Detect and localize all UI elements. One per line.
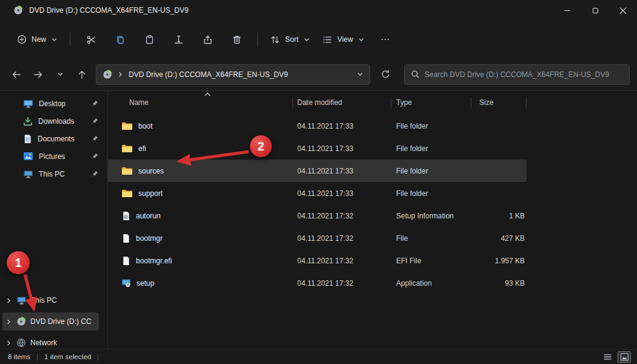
status-divider: [37, 353, 38, 361]
file-name: support: [138, 189, 163, 198]
folder-icon: [121, 121, 133, 130]
file-date: 04.11.2021 17:32: [293, 234, 391, 243]
maximize-button[interactable]: [581, 0, 609, 21]
toolbar-separator: [70, 33, 70, 46]
details-view-icon: [603, 352, 612, 362]
file-type: File: [391, 234, 471, 243]
delete-button[interactable]: [225, 29, 248, 50]
file-name-cell: bootmgr.efi: [108, 256, 293, 266]
column-header-label: Date modified: [297, 98, 342, 107]
dvd-drive-icon: [13, 5, 23, 15]
sidebar-item-this-pc[interactable]: This PC: [0, 165, 107, 183]
tree-item-label: This PC: [31, 296, 57, 305]
address-breadcrumb[interactable]: DVD Drive (D:) CCCOMA_X64FRE_EN-US_DV9: [129, 70, 352, 79]
file-name: autorun: [136, 212, 161, 220]
new-button-label: New: [32, 35, 46, 44]
file-row-bootmgr[interactable]: bootmgr04.11.2021 17:32File427 KB: [108, 227, 527, 249]
file-list: NameDate modifiedTypeSize boot04.11.2021…: [108, 91, 637, 349]
titlebar: DVD Drive (D:) CCCOMA_X64FRE_EN-US_DV9: [0, 0, 637, 21]
chevron-down-icon: [51, 36, 58, 43]
column-header-name[interactable]: Name: [108, 93, 293, 112]
chevron-right-icon: [5, 318, 12, 325]
navigation-bar: DVD Drive (D:) CCCOMA_X64FRE_EN-US_DV9: [0, 58, 637, 91]
cut-button[interactable]: [79, 29, 103, 50]
file-date: 04.11.2021 17:33: [293, 122, 391, 130]
column-header-label: Type: [396, 98, 412, 107]
setup-info-icon: [121, 211, 130, 221]
file-type: File folder: [391, 189, 471, 198]
file-size: 1 KB: [471, 212, 527, 220]
file-row-setup[interactable]: setup04.11.2021 17:32Application93 KB: [108, 272, 527, 294]
column-header-label: Size: [479, 98, 493, 107]
see-more-button[interactable]: [374, 29, 397, 50]
more-options-icon: [380, 35, 390, 44]
column-headers: NameDate modifiedTypeSize: [108, 93, 637, 112]
share-button[interactable]: [196, 29, 219, 50]
file-row-autorun[interactable]: autorun04.11.2021 17:32Setup Information…: [108, 204, 527, 227]
column-header-label: Name: [129, 98, 149, 107]
paste-button[interactable]: [138, 29, 161, 50]
sidebar-item-label: Downloads: [38, 117, 74, 126]
column-header-type[interactable]: Type: [391, 93, 471, 112]
search-input[interactable]: [425, 70, 623, 79]
window-title: DVD Drive (D:) CCCOMA_X64FRE_EN-US_DV9: [29, 6, 189, 15]
cut-icon: [86, 35, 96, 45]
column-header-size[interactable]: Size: [471, 93, 527, 112]
refresh-icon: [380, 69, 391, 79]
copy-button[interactable]: [109, 29, 132, 50]
selection-count: 1 item selected: [44, 353, 91, 360]
chevron-right-icon: [5, 297, 12, 304]
chevron-down-icon[interactable]: [357, 71, 363, 78]
file-row-support[interactable]: support04.11.2021 17:33File folder: [108, 182, 527, 204]
toolbar-icon-buttons: [76, 29, 251, 50]
downloads-icon: [23, 116, 33, 126]
forward-button[interactable]: [28, 64, 49, 85]
folder-icon: [121, 189, 133, 198]
rename-icon: [174, 35, 184, 45]
sidebar-item-documents[interactable]: Documents: [0, 130, 107, 147]
back-button[interactable]: [6, 64, 27, 85]
status-divider: [98, 353, 98, 361]
file-name: setup: [136, 279, 154, 288]
forward-icon: [33, 69, 44, 80]
navigation-pane: DesktopDownloadsDocumentsPicturesThis PC…: [0, 91, 108, 349]
file-date: 04.11.2021 17:33: [293, 189, 391, 198]
recent-locations-button[interactable]: [50, 64, 70, 85]
minimize-button[interactable]: [553, 0, 581, 21]
file-explorer-window: DVD Drive (D:) CCCOMA_X64FRE_EN-US_DV9 N…: [0, 0, 637, 364]
view-button[interactable]: View: [316, 29, 371, 50]
column-header-date-modified[interactable]: Date modified: [293, 93, 391, 112]
address-bar[interactable]: DVD Drive (D:) CCCOMA_X64FRE_EN-US_DV9: [96, 64, 370, 85]
file-row-bootmgr-efi[interactable]: bootmgr.efi04.11.2021 17:32EFI File1.957…: [108, 249, 527, 272]
refresh-button[interactable]: [375, 64, 396, 85]
sidebar-item-desktop[interactable]: Desktop: [0, 95, 107, 112]
file-row-sources[interactable]: sources04.11.2021 17:33File folder: [108, 160, 527, 182]
file-row-efi[interactable]: efi04.11.2021 17:33File folder: [108, 137, 527, 160]
file-name-cell: autorun: [108, 211, 293, 221]
thumbnail-view-button[interactable]: [618, 351, 631, 363]
file-name-cell: setup: [108, 278, 293, 288]
rename-button[interactable]: [167, 29, 190, 50]
file-type: Setup Information: [391, 212, 471, 220]
desktop-icon: [23, 99, 33, 109]
thispc-icon: [16, 295, 27, 305]
sidebar-item-downloads[interactable]: Downloads: [0, 112, 107, 130]
sidebar-item-pictures[interactable]: Pictures: [0, 147, 107, 165]
sort-button[interactable]: Sort: [264, 29, 316, 50]
tree-item-this-pc[interactable]: This PC: [2, 291, 99, 309]
up-button[interactable]: [72, 64, 92, 85]
file-name-cell: support: [108, 189, 293, 198]
close-button[interactable]: [609, 0, 637, 21]
tree-item-dvd-drive-d-cc[interactable]: DVD Drive (D:) CC: [2, 312, 99, 331]
details-view-button[interactable]: [601, 351, 614, 363]
new-button[interactable]: New: [11, 29, 64, 50]
file-name-cell: bootmgr: [108, 234, 293, 243]
file-date: 04.11.2021 17:32: [293, 279, 391, 288]
file-name: sources: [138, 167, 164, 175]
file-row-boot[interactable]: boot04.11.2021 17:33File folder: [108, 115, 527, 137]
sidebar-item-label: Desktop: [39, 99, 66, 108]
documents-icon: [23, 134, 32, 144]
search-box[interactable]: [404, 64, 630, 85]
share-icon: [203, 35, 213, 45]
chevron-right-icon: [117, 71, 124, 78]
